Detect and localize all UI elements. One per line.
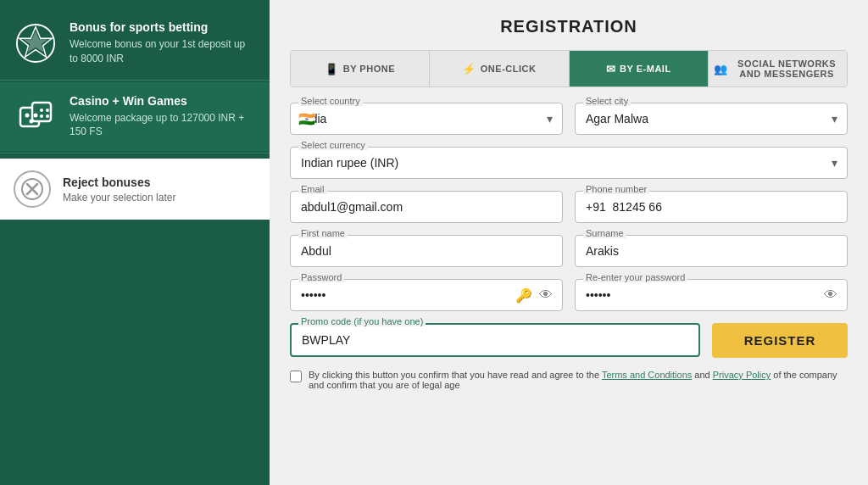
currency-select[interactable]: Indian rupee (INR)	[290, 147, 848, 179]
sidebar-item-sports-bonus[interactable]: Bonus for sports betting Welcome bonus o…	[0, 8, 270, 78]
promo-input[interactable]	[290, 323, 700, 357]
promo-register-row: Promo code (if you have one) REGISTER	[290, 323, 848, 358]
city-field: Select city Agar Malwa	[575, 103, 848, 135]
sports-bonus-text: Bonus for sports betting Welcome bonus o…	[70, 20, 256, 66]
email-icon: ✉	[606, 63, 616, 75]
promo-label: Promo code (if you have one)	[298, 316, 426, 326]
lightning-icon: ⚡	[462, 63, 476, 75]
india-flag: 🇮🇳	[298, 111, 315, 127]
casino-desc: Welcome package up to 127000 INR + 150 F…	[70, 111, 256, 140]
surname-label: Surname	[583, 228, 626, 238]
privacy-policy-link[interactable]: Privacy Policy	[713, 370, 771, 380]
eye-slash-icon2[interactable]: 👁	[824, 287, 837, 303]
firstname-field-wrap: First name	[290, 235, 563, 267]
currency-field: Select currency Indian rupee (INR)	[290, 147, 848, 179]
main-content: REGISTRATION 📱 BY PHONE ⚡ ONE-CLICK ✉ BY…	[270, 0, 868, 485]
terms-conditions-link[interactable]: Terms and Conditions	[602, 370, 692, 380]
social-icon: 👥	[714, 63, 728, 75]
terms-row: By clicking this button you confirm that…	[290, 370, 848, 390]
sidebar: Bonus for sports betting Welcome bonus o…	[0, 0, 270, 485]
email-label: Email	[298, 184, 327, 194]
repassword-input[interactable]	[575, 279, 848, 311]
tab-by-phone[interactable]: 📱 BY PHONE	[291, 51, 430, 86]
city-label: Select city	[583, 96, 631, 106]
country-city-row: Select country 🇮🇳 India Select city Agar…	[290, 103, 848, 135]
firstname-label: First name	[298, 228, 348, 238]
reject-desc: Make your selection later	[63, 192, 175, 203]
svg-point-5	[25, 114, 30, 118]
sports-bonus-title: Bonus for sports betting	[70, 20, 256, 34]
sports-bonus-desc: Welcome bonus on your 1st deposit up to …	[70, 37, 256, 66]
casino-title: Casino + Win Games	[70, 94, 256, 108]
svg-point-11	[46, 114, 49, 118]
currency-label: Select currency	[298, 140, 368, 150]
casino-text: Casino + Win Games Welcome package up to…	[70, 94, 256, 140]
terms-checkbox[interactable]	[290, 371, 302, 382]
key-icon[interactable]: 🔑	[515, 287, 532, 304]
register-button[interactable]: REGISTER	[712, 323, 848, 358]
phone-icon: 📱	[325, 63, 339, 75]
svg-point-9	[46, 109, 49, 112]
phone-input[interactable]	[575, 191, 848, 223]
terms-text: By clicking this button you confirm that…	[309, 370, 599, 380]
password-field-wrap: Password 🔑 👁	[290, 279, 563, 311]
password-row: Password 🔑 👁 Re-enter your password 👁	[290, 279, 848, 311]
casino-icon	[14, 94, 58, 138]
eye-slash-icon[interactable]: 👁	[539, 287, 553, 303]
tab-social[interactable]: 👥 SOCIAL NETWORKS AND MESSENGERS	[709, 51, 847, 86]
phone-label: Phone number	[583, 184, 649, 194]
svg-point-8	[40, 109, 43, 112]
name-row: First name Surname	[290, 235, 848, 267]
country-label: Select country	[298, 96, 363, 106]
reject-text: Reject bonuses Make your selection later	[63, 176, 175, 203]
surname-field-wrap: Surname	[575, 235, 848, 267]
country-select[interactable]: India	[290, 103, 563, 135]
repassword-label: Re-enter your password	[583, 272, 687, 282]
surname-input[interactable]	[575, 235, 848, 267]
svg-point-7	[30, 120, 34, 124]
email-phone-row: Email Phone number	[290, 191, 848, 223]
reject-title: Reject bonuses	[63, 176, 175, 189]
svg-point-10	[40, 114, 43, 118]
sidebar-item-reject[interactable]: Reject bonuses Make your selection later	[0, 159, 270, 220]
sidebar-item-casino[interactable]: Casino + Win Games Welcome package up to…	[0, 82, 270, 152]
registration-tabs: 📱 BY PHONE ⚡ ONE-CLICK ✉ BY E-MAIL 👥 SOC…	[290, 50, 848, 87]
svg-point-6	[34, 114, 38, 118]
reject-icon	[14, 170, 51, 208]
city-select[interactable]: Agar Malwa	[575, 103, 848, 135]
tab-one-click[interactable]: ⚡ ONE-CLICK	[430, 51, 569, 86]
email-input[interactable]	[290, 191, 563, 223]
repassword-field-wrap: Re-enter your password 👁	[575, 279, 848, 311]
soccer-ball-icon	[14, 21, 58, 65]
email-field-wrap: Email	[290, 191, 563, 223]
tab-by-email[interactable]: ✉ BY E-MAIL	[570, 51, 709, 86]
phone-field-wrap: Phone number	[575, 191, 848, 223]
currency-row: Select currency Indian rupee (INR)	[290, 147, 848, 179]
promo-field-wrap: Promo code (if you have one)	[290, 323, 700, 358]
country-field: Select country 🇮🇳 India	[290, 103, 563, 135]
firstname-input[interactable]	[290, 235, 563, 267]
terms-and: and	[694, 370, 709, 380]
page-title: REGISTRATION	[290, 17, 848, 36]
password-label: Password	[298, 272, 344, 282]
